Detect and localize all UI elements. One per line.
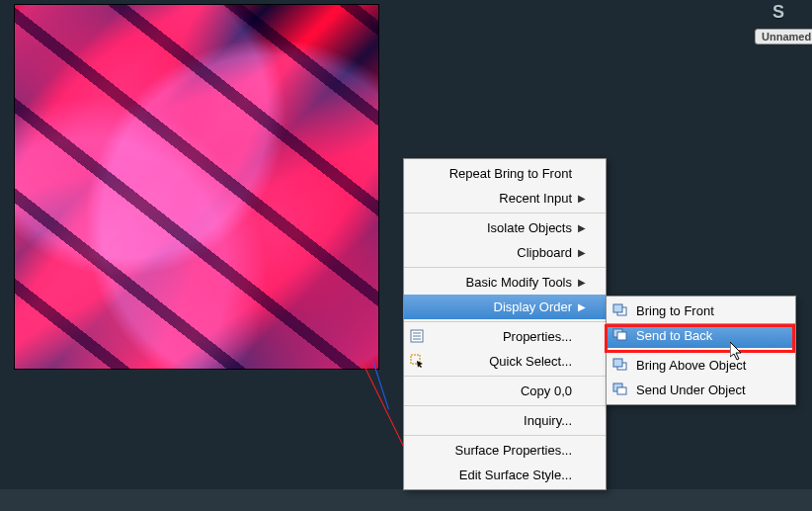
svg-rect-8 — [617, 332, 626, 340]
menu-item-label: Surface Properties... — [434, 443, 572, 458]
submenu-arrow-icon: ▶ — [572, 301, 586, 312]
menu-item-label: Clipboard — [434, 245, 572, 260]
menu-item-properties[interactable]: Properties... — [404, 324, 606, 349]
svg-rect-10 — [613, 359, 622, 367]
menu-item-repeat-bring-to-front[interactable]: Repeat Bring to Front — [404, 161, 606, 186]
svg-rect-12 — [617, 387, 626, 394]
properties-icon — [410, 329, 426, 343]
menu-item-label: Edit Surface Style... — [434, 468, 572, 482]
menu-item-label: Bring to Front — [636, 303, 775, 318]
surface-object[interactable] — [14, 4, 379, 370]
menu-item-label: Properties... — [434, 329, 572, 344]
menu-item-display-order[interactable]: Display Order ▶ — [404, 295, 606, 319]
menu-item-label: Basic Modify Tools — [434, 275, 572, 290]
menu-item-quick-select[interactable]: Quick Select... — [404, 349, 606, 374]
submenu-item-send-to-back[interactable]: Send to Back — [607, 323, 795, 348]
submenu-item-send-under-object[interactable]: Send Under Object — [607, 378, 795, 402]
menu-item-label: Repeat Bring to Front — [434, 166, 572, 181]
viewport-footer — [0, 489, 812, 511]
menu-item-label: Send Under Object — [636, 383, 775, 397]
submenu-arrow-icon: ▶ — [572, 222, 586, 233]
submenu-item-bring-to-front[interactable]: Bring to Front — [607, 298, 795, 323]
menu-item-label: Copy 0,0 — [434, 383, 572, 398]
quick-select-icon — [410, 354, 426, 368]
send-back-icon — [612, 328, 628, 342]
display-order-submenu[interactable]: Bring to Front Send to Back Bring Above … — [606, 296, 796, 405]
viewcube-face-letter: S — [755, 2, 802, 23]
menu-item-isolate-objects[interactable]: Isolate Objects ▶ — [404, 215, 606, 240]
menu-item-label: Display Order — [434, 299, 572, 314]
menu-item-label: Isolate Objects — [434, 220, 572, 235]
menu-item-recent-input[interactable]: Recent Input ▶ — [404, 186, 606, 211]
submenu-arrow-icon: ▶ — [572, 247, 586, 258]
context-menu[interactable]: Repeat Bring to Front Recent Input ▶ Iso… — [403, 158, 607, 490]
menu-item-label: Send to Back — [636, 328, 775, 343]
bring-above-icon — [612, 358, 628, 372]
menu-item-label: Inquiry... — [434, 413, 572, 428]
menu-item-surface-properties[interactable]: Surface Properties... — [404, 438, 606, 463]
viewcube-widget[interactable]: S Unnamed — [755, 2, 802, 42]
menu-item-label: Recent Input — [434, 191, 572, 206]
svg-rect-6 — [613, 304, 622, 312]
menu-item-label: Bring Above Object — [636, 358, 775, 373]
viewcube-label[interactable]: Unnamed — [755, 29, 812, 44]
send-under-icon — [612, 383, 628, 396]
menu-item-inquiry[interactable]: Inquiry... — [404, 408, 606, 433]
submenu-arrow-icon: ▶ — [572, 277, 586, 288]
menu-item-edit-surface-style[interactable]: Edit Surface Style... — [404, 463, 606, 487]
submenu-arrow-icon: ▶ — [572, 193, 586, 204]
menu-item-label: Quick Select... — [434, 354, 572, 369]
menu-item-basic-modify-tools[interactable]: Basic Modify Tools ▶ — [404, 270, 606, 295]
bring-front-icon — [612, 303, 628, 317]
menu-item-clipboard[interactable]: Clipboard ▶ — [404, 240, 606, 265]
submenu-item-bring-above-object[interactable]: Bring Above Object — [607, 353, 795, 378]
menu-item-copy-0-0[interactable]: Copy 0,0 — [404, 379, 606, 403]
